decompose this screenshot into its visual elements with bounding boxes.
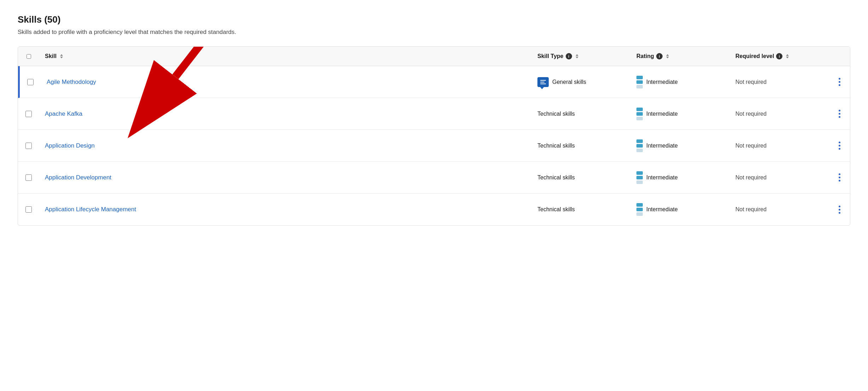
rating-bar (636, 203, 643, 216)
skill-type-cell: Technical skills (532, 137, 631, 155)
skills-table: Skill Skill Type i Rating i Required lev… (18, 46, 850, 226)
table-row: Agile Methodology General skills Interme… (18, 66, 850, 98)
row-checkbox-cell (18, 174, 39, 181)
actions-cell (829, 134, 850, 157)
skill-type-text: Technical skills (537, 206, 575, 213)
header-rating-label: Rating (636, 53, 654, 59)
row-actions-button[interactable] (837, 172, 842, 183)
table-row: Apache Kafka Technical skills Intermedia… (18, 98, 850, 130)
skill-link[interactable]: Application Design (45, 142, 95, 149)
rating-text: Intermediate (646, 206, 678, 213)
rating-cell: Intermediate (631, 134, 730, 158)
rating-segment-3 (636, 212, 643, 216)
rating-segment-1 (636, 108, 643, 111)
row-checkbox-cell (18, 206, 39, 213)
required-level-cell: Not required (730, 169, 829, 186)
actions-cell (829, 199, 850, 221)
skill-name-cell: Application Development (39, 168, 532, 187)
rating-text: Intermediate (646, 79, 678, 85)
header-skill: Skill (39, 53, 532, 59)
skill-type-info-icon[interactable]: i (566, 53, 572, 59)
required-level-text: Not required (735, 174, 767, 180)
row-checkbox[interactable] (25, 143, 32, 149)
skill-type-cell: General skills (532, 71, 631, 93)
row-checkbox-cell (18, 111, 39, 117)
actions-cell (829, 166, 850, 189)
skill-name-cell: Application Lifecycle Management (39, 200, 532, 219)
rating-segment-1 (636, 139, 643, 143)
skill-type-text: Technical skills (537, 111, 575, 117)
row-actions-button[interactable] (837, 76, 842, 87)
skill-type-cell: Technical skills (532, 201, 631, 218)
page-subtitle: Skills added to profile with a proficien… (18, 29, 850, 36)
skill-type-cell: Technical skills (532, 169, 631, 186)
rating-info-icon[interactable]: i (656, 53, 663, 59)
chat-icon-lines (540, 80, 546, 84)
row-checkbox[interactable] (25, 174, 32, 181)
required-level-text: Not required (735, 206, 767, 212)
chat-icon (537, 77, 549, 87)
table-row: Application Development Technical skills… (18, 162, 850, 194)
actions-cell (829, 103, 850, 125)
row-actions-button[interactable] (837, 108, 842, 119)
row-checkbox-cell (18, 143, 39, 149)
row-checkbox-cell (20, 79, 41, 85)
rating-cell: Intermediate (631, 70, 730, 94)
rating-text: Intermediate (646, 174, 678, 181)
header-skill-type: Skill Type i (532, 53, 631, 59)
required-level-cell: Not required (730, 201, 829, 218)
rating-bar (636, 139, 643, 152)
rating-segment-3 (636, 180, 643, 184)
rating-segment-2 (636, 112, 643, 116)
rating-cell: Intermediate (631, 166, 730, 190)
rating-segment-2 (636, 144, 643, 148)
table-header: Skill Skill Type i Rating i Required lev… (18, 47, 850, 66)
select-all-checkbox[interactable] (27, 54, 31, 59)
header-checkbox-cell (18, 54, 39, 59)
header-skill-label: Skill (45, 53, 57, 59)
skill-name-cell: Agile Methodology (41, 73, 532, 91)
skill-type-text: Technical skills (537, 143, 575, 149)
actions-cell (829, 71, 850, 93)
rating-segment-1 (636, 203, 643, 207)
rating-segment-3 (636, 117, 643, 120)
skill-link[interactable]: Agile Methodology (47, 79, 96, 85)
skill-link[interactable]: Application Lifecycle Management (45, 206, 136, 213)
rating-segment-1 (636, 171, 643, 175)
rating-bar (636, 76, 643, 88)
required-level-text: Not required (735, 79, 767, 85)
skill-name-cell: Application Design (39, 137, 532, 155)
table-row: Application Design Technical skills Inte… (18, 130, 850, 162)
rating-bar (636, 171, 643, 184)
skill-name-cell: Apache Kafka (39, 105, 532, 123)
header-required-level: Required level i (730, 53, 829, 59)
row-checkbox[interactable] (27, 79, 34, 85)
required-level-text: Not required (735, 143, 767, 149)
skill-link[interactable]: Application Development (45, 174, 111, 181)
rating-sort-icon[interactable] (666, 54, 669, 58)
rating-cell: Intermediate (631, 102, 730, 126)
skill-link[interactable]: Apache Kafka (45, 110, 82, 117)
rating-segment-2 (636, 208, 643, 211)
row-checkbox[interactable] (25, 206, 32, 213)
row-actions-button[interactable] (837, 140, 842, 151)
required-level-info-icon[interactable]: i (776, 53, 782, 59)
skill-type-text: Technical skills (537, 174, 575, 181)
required-level-cell: Not required (730, 73, 829, 91)
rating-segment-3 (636, 85, 643, 88)
rating-bar (636, 108, 643, 120)
skill-type-cell: Technical skills (532, 105, 631, 123)
skill-type-sort-icon[interactable] (576, 54, 578, 58)
rating-text: Intermediate (646, 111, 678, 117)
row-actions-button[interactable] (837, 204, 842, 215)
header-required-level-label: Required level (735, 53, 774, 59)
rating-segment-2 (636, 176, 643, 179)
required-level-sort-icon[interactable] (786, 54, 789, 58)
row-checkbox[interactable] (25, 111, 32, 117)
skill-sort-icon[interactable] (60, 54, 63, 58)
table-row: Application Lifecycle Management Technic… (18, 194, 850, 225)
required-level-cell: Not required (730, 137, 829, 155)
required-level-cell: Not required (730, 105, 829, 123)
skill-type-text: General skills (552, 79, 586, 85)
rating-cell: Intermediate (631, 197, 730, 222)
